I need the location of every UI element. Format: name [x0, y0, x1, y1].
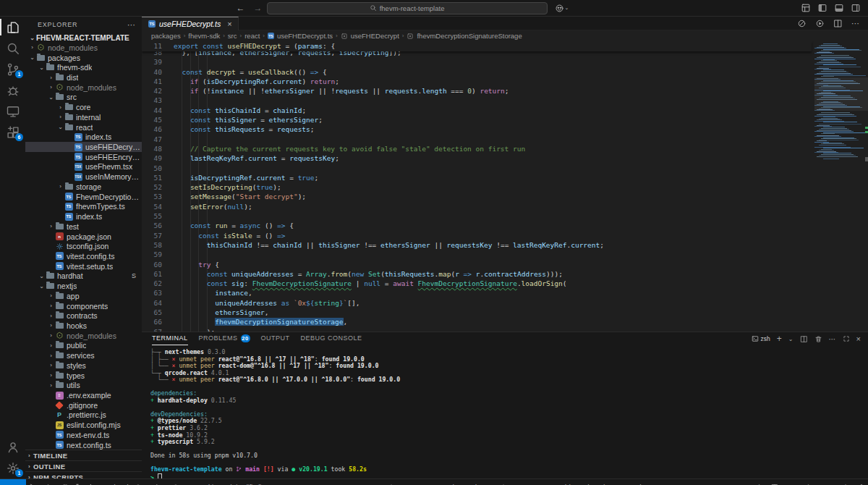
tree-item-hooks[interactable]: ›hooks	[25, 321, 142, 331]
tree-item-next-env.d.ts[interactable]: TSnext-env.d.ts	[25, 430, 142, 440]
node-modules-icon	[56, 332, 64, 340]
tree-item-vitest.config.ts[interactable]: TSvitest.config.ts	[25, 251, 142, 261]
breadcrumb-item[interactable]: src	[228, 32, 237, 40]
tree-item-types[interactable]: ›types	[25, 371, 142, 381]
toggle-panel-icon[interactable]	[834, 3, 844, 13]
tree-item-dist[interactable]: ›dist	[25, 72, 142, 83]
sidebar-section-timeline[interactable]: ›TIMELINE	[25, 450, 142, 460]
line-number: 63	[142, 288, 162, 298]
customize-layout-icon[interactable]	[801, 3, 811, 13]
tree-item-nodemodules[interactable]: ›node_modules	[25, 331, 142, 341]
activity-badge: 1	[15, 70, 23, 78]
tree-item-eslint.config.mjs[interactable]: JSeslint.config.mjs	[25, 420, 142, 430]
tree-item-public[interactable]: ›public	[25, 341, 142, 351]
kill-terminal-icon[interactable]	[814, 335, 822, 343]
split-editor-icon[interactable]	[833, 19, 843, 28]
tree-item-useInMemoryStora...[interactable]: TSXuseInMemoryStora...	[25, 172, 142, 182]
close-panel-icon[interactable]: ×	[856, 334, 861, 343]
minimap-slider[interactable]	[814, 77, 868, 111]
tree-item-nodemodules[interactable]: ›node_modules	[25, 43, 142, 53]
more-actions-icon[interactable]: ⋯	[829, 335, 836, 343]
folder-icon	[56, 293, 64, 299]
tree-item-src[interactable]: ⌄src	[25, 93, 142, 103]
tree-item-useFhevm.tsx[interactable]: TSXuseFhevm.tsx	[25, 162, 142, 172]
nav-forward-icon[interactable]: →	[254, 3, 263, 13]
tree-item-nextjs[interactable]: ⌄nextjs	[25, 281, 142, 291]
tree-item-.prettierrc.js[interactable]: P.prettierrc.js	[25, 410, 142, 421]
tab-close-icon[interactable]: ×	[227, 20, 231, 28]
tree-item-useFHEEncryption.ts[interactable]: TSuseFHEEncryption.ts	[25, 152, 142, 162]
activity-search[interactable]	[0, 38, 25, 59]
tree-item-.gitignore[interactable]: .gitignore	[25, 400, 142, 410]
code-viewport[interactable]: 38 }, [instance, ethersSigner, requests,…	[142, 41, 868, 332]
tree-item-react[interactable]: ⌄react	[25, 122, 142, 132]
tree-item-storage[interactable]: ›storage	[25, 182, 142, 192]
activity-accounts[interactable]	[0, 436, 25, 457]
toggle-secondary-sidebar-icon[interactable]	[851, 3, 861, 13]
breadcrumb-item[interactable]: fhevmDecryptionSignatureStorage	[417, 32, 522, 40]
tree-item-nodemodules[interactable]: ›node_modules	[25, 83, 142, 93]
activity-badge: 1	[15, 469, 23, 477]
chevron-collapsed-icon: ›	[47, 372, 55, 379]
breadcrumb-item[interactable]: useFHEDecrypt	[351, 32, 399, 40]
explorer-more-actions-icon[interactable]: ⋯	[127, 20, 136, 30]
terminal-profile[interactable]: zsh	[752, 335, 770, 342]
breadcrumb-item[interactable]: useFHEDecrypt.ts	[277, 32, 333, 40]
copilot-menu[interactable]: ⌄	[555, 4, 569, 13]
tree-item-hardhat[interactable]: ⌄hardhat S	[25, 271, 142, 282]
toggle-primary-sidebar-icon[interactable]	[817, 3, 827, 13]
remote-indicator[interactable]	[0, 479, 26, 485]
tree-item-.env.example[interactable]: ≡.env.example	[25, 390, 142, 400]
workspace-root-item[interactable]: ⌄ FHEVM-REACT-TEMPLATE	[25, 33, 142, 43]
tree-item-utils[interactable]: ›utils	[25, 380, 142, 390]
more-actions-icon[interactable]: ⋯	[851, 19, 859, 28]
breadcrumb-item[interactable]: packages	[151, 32, 181, 40]
folder-icon	[56, 75, 64, 80]
tree-item-services[interactable]: ›services	[25, 350, 142, 360]
maximize-panel-icon[interactable]	[843, 335, 850, 342]
tree-item-components[interactable]: ›components	[25, 301, 142, 311]
tree-item-next.config.ts[interactable]: TSnext.config.ts	[25, 440, 142, 450]
panel-tab-problems[interactable]: PROBLEMS 20	[199, 332, 250, 345]
breadcrumb-item[interactable]: react	[244, 32, 260, 40]
activity-settings[interactable]: 1	[0, 457, 25, 478]
sidebar-section-outline[interactable]: ›OUTLINE	[25, 460, 142, 471]
tree-item-index.ts[interactable]: TSindex.ts	[25, 211, 142, 222]
tree-item-fhevmTypes.ts[interactable]: TSfhevmTypes.ts	[25, 202, 142, 212]
nav-back-icon[interactable]: ←	[237, 3, 245, 13]
tree-item-FhevmDecryptionSign...[interactable]: TSFhevmDecryptionSign...	[25, 192, 142, 202]
line-number: 47	[142, 135, 162, 144]
tree-item-core[interactable]: ›core	[25, 102, 142, 112]
tree-item-useFHEDecrypt.ts[interactable]: TSuseFHEDecrypt.ts	[25, 142, 142, 152]
activity-remote-explorer[interactable]	[0, 101, 25, 122]
tree-item-styles[interactable]: ›styles	[25, 360, 142, 371]
tree-item-index.ts[interactable]: TSindex.ts	[25, 132, 142, 142]
tree-item-packages[interactable]: ⌄packages	[25, 53, 142, 63]
folder-icon	[56, 363, 64, 368]
tree-item-vitest.setup.ts[interactable]: TSvitest.setup.ts	[25, 261, 142, 271]
open-changes-icon[interactable]	[797, 19, 807, 28]
panel-tab-terminal[interactable]: TERMINAL	[152, 332, 188, 345]
sidebar-section-npm-scripts[interactable]: ›NPM SCRIPTS	[25, 471, 142, 478]
terminal-output[interactable]: ├─┬ next-themes 0.3.0│ ├── × unmet peer …	[142, 345, 868, 480]
tree-item-internal[interactable]: ›internal	[25, 112, 142, 122]
tree-item-tsconfig.json[interactable]: tsconfig.json	[25, 241, 142, 251]
tab-useFHEDecrypt[interactable]: TS useFHEDecrypt.ts ×	[142, 17, 239, 30]
tree-item-contracts[interactable]: ›contracts	[25, 311, 142, 321]
activity-explorer[interactable]	[0, 17, 25, 38]
activity-run-and-debug[interactable]	[0, 80, 25, 101]
activity-source-control[interactable]: 1	[0, 59, 25, 80]
chevron-down-icon[interactable]: ⌄	[788, 336, 793, 342]
split-terminal-icon[interactable]	[800, 335, 808, 343]
activity-extensions[interactable]: 6	[0, 122, 25, 143]
tree-item-package.json[interactable]: npackage.json	[25, 232, 142, 242]
command-center-search[interactable]: fhevm-react-template	[267, 2, 548, 14]
breadcrumb-item[interactable]: fhevm-sdk	[188, 32, 220, 40]
panel-tab-debug-console[interactable]: DEBUG CONSOLE	[301, 332, 362, 345]
run-or-debug-icon[interactable]	[815, 19, 825, 28]
tree-item-fhevm-sdk[interactable]: ⌄fhevm-sdk	[25, 62, 142, 72]
new-terminal-icon[interactable]: +	[777, 334, 782, 344]
tree-item-app[interactable]: ›app	[25, 291, 142, 301]
panel-tab-output[interactable]: OUTPUT	[261, 332, 290, 345]
tree-item-test[interactable]: ›test	[25, 222, 142, 232]
